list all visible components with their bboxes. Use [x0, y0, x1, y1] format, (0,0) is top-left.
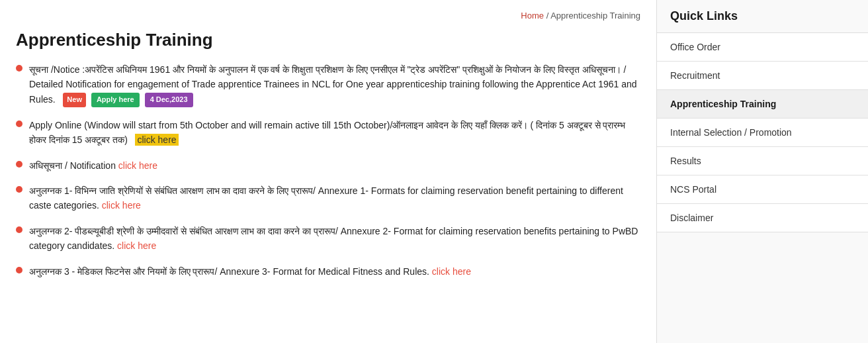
breadcrumb-current: Apprenticeship Training: [550, 11, 640, 21]
item6-content: अनुलग्नक 3 - मेडिकल फिटनेस और नियमों के …: [29, 264, 640, 279]
click-here-link-4[interactable]: click here: [117, 240, 156, 251]
bullet-icon: [16, 267, 22, 273]
sidebar-item-recruitment[interactable]: Recruitment: [657, 62, 868, 90]
bullet-icon: [16, 161, 22, 168]
list-item: अनुलग्नक 2- पीडब्ल्यूबीडी श्रेणी के उम्म…: [16, 224, 640, 254]
item6-text: अनुलग्नक 3 - मेडिकल फिटनेस और नियमों के …: [29, 266, 432, 277]
list-item: सूचना /Notice :अपरेंटिस अधिनियम 1961 और …: [16, 62, 640, 107]
click-here-link-1[interactable]: click here: [135, 134, 178, 146]
sidebar-item-disclaimer[interactable]: Disclaimer: [657, 204, 868, 232]
bullet-icon: [16, 65, 22, 72]
badge-apply[interactable]: Apply here: [91, 93, 140, 107]
badge-date: 4 Dec,2023: [145, 93, 193, 107]
item1-content: सूचना /Notice :अपरेंटिस अधिनियम 1961 और …: [29, 62, 640, 107]
sidebar-item-internal-selection[interactable]: Internal Selection / Promotion: [657, 119, 868, 147]
breadcrumb-home[interactable]: Home: [521, 11, 544, 21]
item3-content: अधिसूचना / Notification click here: [29, 158, 640, 173]
breadcrumb: Home / Apprenticeship Training: [16, 11, 640, 21]
sidebar-item-office-order[interactable]: Office Order: [657, 33, 868, 62]
sidebar-item-results[interactable]: Results: [657, 147, 868, 175]
list-item: अधिसूचना / Notification click here: [16, 158, 640, 173]
bullet-icon: [16, 121, 22, 127]
sidebar-item-ncs-portal[interactable]: NCS Portal: [657, 175, 868, 204]
badge-new: New: [63, 93, 86, 107]
item3-text: अधिसूचना / Notification: [29, 160, 118, 171]
item2-content: Apply Online (Window will start from 5th…: [29, 118, 640, 148]
bullet-icon: [16, 226, 22, 233]
list-item: अनुलग्नक 3 - मेडिकल फिटनेस और नियमों के …: [16, 264, 640, 279]
main-content: Home / Apprenticeship Training Apprentic…: [0, 0, 656, 343]
click-here-link-2[interactable]: click here: [118, 160, 157, 171]
content-list: सूचना /Notice :अपरेंटिस अधिनियम 1961 और …: [16, 62, 640, 279]
list-item: अनुलग्नक 1- विभिन्न जाति श्रेणियों से सं…: [16, 183, 640, 213]
item2-text: Apply Online (Window will start from 5th…: [29, 120, 625, 145]
click-here-link-3[interactable]: click here: [102, 200, 141, 211]
bullet-icon: [16, 186, 22, 193]
sidebar-item-apprenticeship-training[interactable]: Apprenticeship Training: [657, 90, 868, 119]
page-title: Apprenticeship Training: [16, 30, 640, 50]
list-item: Apply Online (Window will start from 5th…: [16, 118, 640, 148]
click-here-link-5[interactable]: click here: [432, 266, 471, 277]
item4-content: अनुलग्नक 1- विभिन्न जाति श्रेणियों से सं…: [29, 183, 640, 213]
item5-content: अनुलग्नक 2- पीडब्ल्यूबीडी श्रेणी के उम्म…: [29, 224, 640, 254]
sidebar: Quick Links Office Order Recruitment App…: [656, 0, 868, 343]
sidebar-title: Quick Links: [657, 0, 868, 33]
